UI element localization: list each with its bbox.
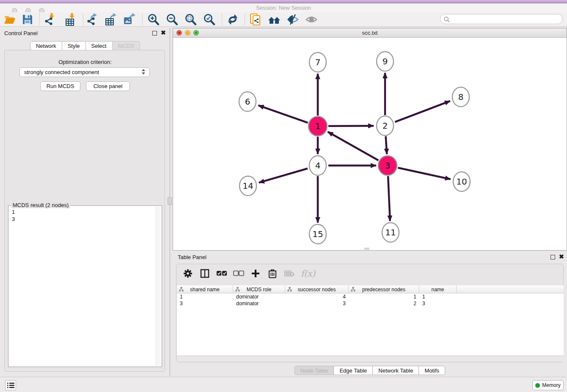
split-divider-grip[interactable] <box>168 197 172 205</box>
control-panel-title: Control Panel <box>4 30 38 36</box>
table-panel-close-button[interactable]: ✖ <box>559 253 564 260</box>
tab-motifs[interactable]: Motifs <box>418 366 445 375</box>
run-mcds-button[interactable]: Run MCDS <box>40 81 80 91</box>
tab-edge-table[interactable]: Edge Table <box>333 366 373 375</box>
zoom-in-button[interactable] <box>146 13 160 26</box>
tab-style[interactable]: Style <box>62 41 86 50</box>
import-table-icon <box>64 13 77 26</box>
graph-node-14[interactable]: 14 <box>239 176 256 196</box>
graph-node-9[interactable]: 9 <box>377 52 394 71</box>
node-label: 3 <box>385 160 391 171</box>
graph-node-11[interactable]: 11 <box>382 223 399 242</box>
graph-node-6[interactable]: 6 <box>239 92 256 111</box>
import-table-button[interactable] <box>63 13 77 26</box>
mcds-panel: Optimization criterion: strongly connect… <box>4 50 165 372</box>
graph-node-1[interactable]: 1 <box>308 116 327 136</box>
home-view-button[interactable] <box>267 13 281 26</box>
control-panel-float-button[interactable] <box>152 31 157 36</box>
column-header-label: MCDS role <box>247 287 272 293</box>
criterion-dropdown-value: strongly connected component <box>24 69 99 75</box>
control-panel-close-button[interactable]: ✖ <box>161 29 166 36</box>
mcds-result-list[interactable]: 13 <box>12 208 15 223</box>
node-label: 8 <box>458 92 464 102</box>
refresh-view-button[interactable] <box>226 13 240 26</box>
export-image-icon <box>123 13 136 26</box>
export-network-button[interactable] <box>85 13 99 26</box>
close-panel-button[interactable]: Close panel <box>86 81 130 91</box>
edge-2-8[interactable] <box>395 101 450 122</box>
deselect-all-columns-button[interactable] <box>233 268 244 279</box>
node-table[interactable]: shared nameMCDS rolesuccessor nodesprede… <box>177 285 564 356</box>
zoom-selected-icon <box>203 13 215 26</box>
edge-4-14[interactable] <box>259 168 308 182</box>
mcds-result-group: MCDS result (2 nodes) 13 <box>8 205 162 367</box>
toggle-panes-button[interactable] <box>199 268 210 279</box>
graph-node-10[interactable]: 10 <box>453 172 470 191</box>
task-history-button[interactable] <box>5 380 16 390</box>
criterion-dropdown[interactable]: strongly connected component <box>19 67 150 77</box>
export-table-button[interactable] <box>104 13 118 26</box>
column-tree-icon <box>235 287 240 292</box>
zoom-selected-button[interactable] <box>202 13 216 26</box>
result-scrollbar[interactable] <box>156 207 161 366</box>
export-image-button[interactable] <box>122 13 137 26</box>
toolbar-separator <box>39 14 40 25</box>
save-session-button[interactable] <box>20 13 35 26</box>
column-header-shared-name[interactable]: shared name <box>177 285 233 293</box>
memory-button[interactable]: Memory <box>532 380 564 390</box>
graph-node-8[interactable]: 8 <box>452 87 469 107</box>
tab-network[interactable]: Network <box>30 41 62 50</box>
table-row[interactable]: 3dominator323 <box>177 300 564 307</box>
table-row[interactable]: 1dominator411 <box>177 293 564 300</box>
graph-node-15[interactable]: 15 <box>309 224 326 244</box>
table-settings-button[interactable] <box>182 268 193 279</box>
show-panels-button[interactable] <box>304 13 319 26</box>
main-toolbar <box>0 12 567 27</box>
zoom-fit-button[interactable] <box>183 13 198 26</box>
edge-2-3[interactable] <box>386 136 387 154</box>
hide-panels-button[interactable] <box>286 13 300 26</box>
table-panel-float-button[interactable] <box>550 255 555 259</box>
search-icon <box>443 16 450 23</box>
select-all-columns-button[interactable] <box>216 268 227 279</box>
toolbar-separator <box>83 14 83 25</box>
delete-column-button[interactable] <box>267 268 278 279</box>
tab-network-table[interactable]: Network Table <box>372 366 419 375</box>
zoom-out-button[interactable] <box>165 13 179 26</box>
table-cell: 3 <box>285 300 349 307</box>
tab-node-table[interactable]: Node Table <box>295 366 334 375</box>
zoom-out-icon <box>165 13 178 26</box>
edge-1-2[interactable] <box>328 126 374 126</box>
function-builder-button: f(x) <box>301 268 315 279</box>
edge-1-6[interactable] <box>258 105 308 123</box>
tab-mcds[interactable]: MCDS <box>112 41 140 50</box>
graph-node-7[interactable]: 7 <box>309 52 326 72</box>
table-cell: 4 <box>285 293 349 300</box>
table-horizontal-scrollbar[interactable] <box>177 356 564 362</box>
column-header-successor-nodes[interactable]: successor nodes <box>285 285 349 293</box>
optimization-criterion-label: Optimization criterion: <box>5 59 165 65</box>
column-header-name[interactable]: name <box>419 285 457 293</box>
zoom-fit-icon <box>184 13 197 26</box>
column-header-predecessor-nodes[interactable]: predecessor nodes <box>349 285 419 293</box>
canvas-resize-grip[interactable] <box>364 248 369 250</box>
network-canvas[interactable]: 7968124314101511 <box>173 38 567 250</box>
graph-node-3[interactable]: 3 <box>378 156 397 175</box>
edge-3-11[interactable] <box>388 176 390 221</box>
window-accent-strip <box>0 0 567 3</box>
search-input[interactable] <box>440 14 563 24</box>
edge-3-1[interactable] <box>328 132 379 160</box>
import-network-button[interactable] <box>43 13 57 26</box>
network-view-window: ✕ − + scc.txt 7968124314101511 <box>173 28 567 251</box>
graph-node-4[interactable]: 4 <box>309 156 326 175</box>
edge-3-10[interactable] <box>398 168 450 179</box>
open-session-button[interactable] <box>3 13 17 26</box>
tab-select[interactable]: Select <box>85 41 113 50</box>
column-header-MCDS-role[interactable]: MCDS role <box>233 285 285 293</box>
graph-node-2[interactable]: 2 <box>377 116 394 135</box>
clone-network-button[interactable] <box>248 13 263 26</box>
node-label: 9 <box>383 56 388 66</box>
add-column-button[interactable] <box>250 268 261 279</box>
unchecked-boxes-icon <box>233 270 244 277</box>
result-line: 3 <box>12 215 15 223</box>
